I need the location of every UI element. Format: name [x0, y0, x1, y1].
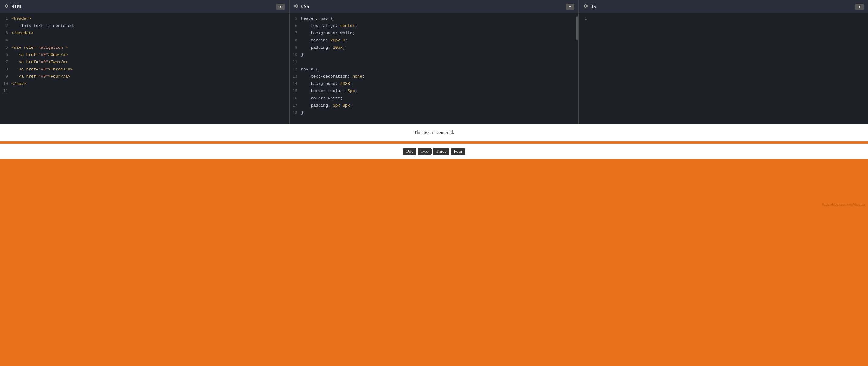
nav-link-item[interactable]: One	[403, 148, 416, 155]
code-line: 9 padding: 10px;	[289, 45, 579, 52]
code-area-js[interactable]: 1	[579, 13, 868, 124]
code-line: 18}	[289, 110, 579, 117]
panel-header-js: JS▼	[579, 0, 868, 13]
token: ;	[350, 103, 352, 108]
token: "#0"	[38, 53, 48, 57]
line-number: 14	[289, 81, 301, 86]
line-number: 1	[0, 16, 11, 21]
preview-section: This text is centered. OneTwoThreeFour h…	[0, 124, 868, 207]
code-line: 5header, nav {	[289, 16, 579, 23]
token: }	[301, 53, 304, 57]
code-line: 13 text-decoration: none;	[289, 74, 579, 81]
line-content: <a href="#0">Two</a>	[11, 60, 68, 64]
line-number: 3	[0, 31, 11, 35]
code-line: 11	[0, 88, 289, 95]
token: >Three</a>	[49, 67, 73, 72]
token: 3px 8px	[333, 103, 350, 108]
token: 5px	[347, 89, 355, 93]
preview-nav: OneTwoThreeFour	[0, 144, 868, 159]
nav-link-item[interactable]: Three	[433, 148, 450, 155]
line-content: header, nav {	[301, 16, 333, 21]
token: <a href=	[11, 60, 38, 64]
line-number: 9	[0, 74, 11, 78]
token: 20px 0	[330, 38, 345, 42]
line-content: }	[301, 110, 304, 115]
line-content: background: #333;	[301, 81, 352, 86]
token: center	[340, 24, 355, 28]
nav-link-item[interactable]: Two	[418, 148, 432, 155]
token: background:	[301, 31, 340, 35]
code-line: 11	[289, 59, 579, 66]
token: 'navigation'	[36, 45, 65, 50]
token: white	[340, 31, 353, 35]
line-number: 15	[289, 89, 301, 93]
token: <header>	[11, 16, 31, 21]
line-number: 18	[289, 110, 301, 115]
panel-dropdown-js[interactable]: ▼	[855, 4, 864, 10]
code-area-html[interactable]: 1<header>2 This text is centered.3</head…	[0, 13, 289, 124]
panel-title-css: CSS	[301, 4, 309, 9]
line-number: 16	[289, 96, 301, 100]
line-number: 1	[579, 16, 591, 21]
code-line: 10}	[289, 52, 579, 59]
token: padding:	[301, 103, 333, 108]
line-number: 6	[289, 23, 301, 28]
line-content: <a href="#0">Four</a>	[11, 74, 70, 79]
token: }	[301, 110, 304, 115]
token: white	[328, 96, 340, 101]
token: >Four</a>	[49, 74, 70, 79]
panel-header-left: HTML	[4, 4, 22, 9]
line-content: color: white;	[301, 96, 343, 101]
code-line: 16 color: white;	[289, 95, 579, 103]
line-content: }	[301, 53, 304, 57]
code-line: 5<nav role='navigation'>	[0, 45, 289, 52]
token: "#0"	[38, 67, 48, 72]
code-line: 10</nav>	[0, 81, 289, 88]
code-line: 6 text-align: center;	[289, 23, 579, 30]
code-line: 9 <a href="#0">Four</a>	[0, 74, 289, 81]
nav-link-item[interactable]: Four	[451, 148, 465, 155]
panel-dropdown-css[interactable]: ▼	[566, 4, 574, 10]
panel-title-js: JS	[591, 4, 596, 9]
nav-links-container: OneTwoThreeFour	[403, 148, 465, 155]
token: border-radius:	[301, 89, 347, 93]
token: ;	[362, 74, 365, 79]
code-line: 15 border-radius: 5px;	[289, 88, 579, 95]
editor-panel-js: JS▼1	[579, 0, 868, 124]
line-number: 10	[0, 81, 11, 86]
line-number: 5	[289, 16, 301, 21]
line-number: 7	[0, 60, 11, 64]
line-number: 4	[0, 38, 11, 42]
panel-header-css: CSS▼	[289, 0, 579, 13]
token: ;	[352, 31, 355, 35]
line-content: <a href="#0">One</a>	[11, 53, 68, 57]
line-content: <header>	[11, 16, 31, 21]
token: >One</a>	[49, 53, 68, 57]
orange-spacer	[0, 159, 868, 201]
line-content: background: white;	[301, 31, 355, 35]
line-content: <nav role='navigation'>	[11, 45, 68, 50]
code-area-css[interactable]: 5header, nav {6 text-align: center;7 bac…	[289, 13, 579, 124]
preview-header: This text is centered.	[0, 124, 868, 141]
panel-title-html: HTML	[11, 4, 22, 9]
token: <nav role=	[11, 45, 36, 50]
token: ;	[355, 24, 357, 28]
line-content: padding: 10px;	[301, 45, 345, 50]
token: </nav>	[11, 81, 26, 86]
code-line: 12nav a {	[289, 66, 579, 74]
gear-icon	[4, 4, 9, 9]
line-number: 6	[0, 52, 11, 57]
token: </header>	[11, 31, 34, 35]
line-content: border-radius: 5px;	[301, 89, 357, 93]
panel-dropdown-html[interactable]: ▼	[276, 4, 285, 10]
token: #333	[340, 81, 350, 86]
token: 10px	[333, 45, 342, 50]
gear-icon	[294, 4, 299, 9]
line-content: </header>	[11, 31, 34, 35]
code-line: 7 background: white;	[289, 30, 579, 37]
code-line: 2 This text is centered.	[0, 23, 289, 30]
code-line: 8 <a href="#0">Three</a>	[0, 66, 289, 74]
token: none	[352, 74, 362, 79]
scroll-indicator	[576, 16, 578, 40]
code-line: 4	[0, 37, 289, 45]
